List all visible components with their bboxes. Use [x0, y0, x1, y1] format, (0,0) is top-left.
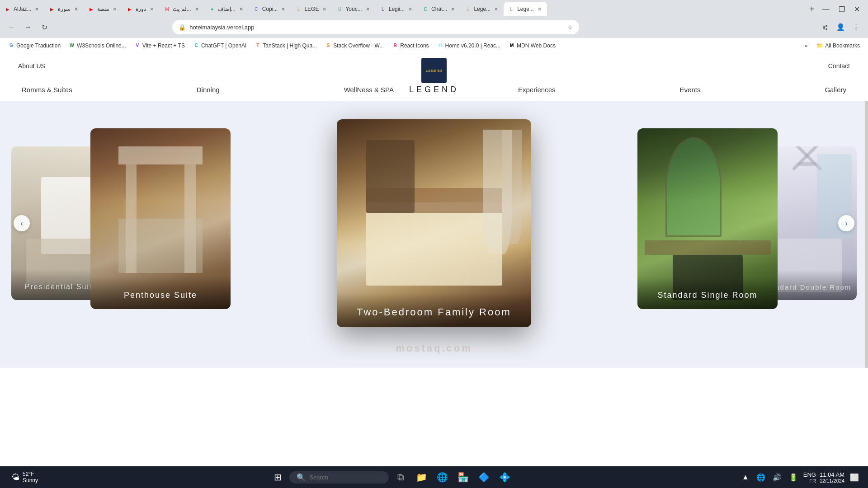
- tab-favicon: ▶: [88, 6, 94, 12]
- weather-widget[interactable]: 🌤 52°F Sunny: [7, 469, 42, 485]
- store-button[interactable]: 🏪: [454, 468, 472, 486]
- refresh-button[interactable]: ↻: [38, 21, 51, 33]
- dinning-menu-item[interactable]: Dinning: [193, 84, 223, 95]
- tab-tab12[interactable]: L Lege... ✕: [460, 2, 504, 16]
- minimize-button[interactable]: —: [820, 4, 832, 14]
- tab-tab9[interactable]: U Youc... ✕: [332, 2, 375, 16]
- menu-icon[interactable]: ⋮: [850, 21, 863, 33]
- tab-tab5[interactable]: M لم يتَ... ✕: [159, 2, 204, 16]
- close-button[interactable]: ✕: [851, 4, 863, 14]
- time-value: ENG: [803, 471, 816, 478]
- tab-close-button[interactable]: ✕: [280, 6, 286, 13]
- window-controls: — ❐ ✕: [820, 4, 868, 14]
- start-button[interactable]: ⊞: [269, 468, 287, 486]
- slide-standard-single[interactable]: Standard Single Room: [637, 128, 778, 309]
- taskbar-search[interactable]: 🔍: [289, 471, 389, 483]
- tab-favicon: L: [380, 6, 386, 12]
- rooms-menu-item[interactable]: Romms & Suites: [18, 84, 76, 95]
- new-tab-button[interactable]: +: [804, 5, 820, 14]
- tab-favicon: C: [422, 6, 429, 12]
- tab-favicon: M: [164, 6, 170, 12]
- url-bar[interactable]: 🔒 hotelmalaysia.vercel.app ☆: [172, 20, 579, 34]
- weather-info: 52°F Sunny: [23, 471, 38, 483]
- wellness-menu-item[interactable]: WellNess & SPA: [340, 84, 397, 95]
- bookmark-bm5[interactable]: T TanStack | High Qua...: [251, 41, 321, 50]
- taskbar-right: ▲ 🌐 🔊 🔋 ENG FR 11:04 AM 12/11/2024 ⬜: [740, 471, 861, 483]
- star-icon[interactable]: ☆: [567, 24, 573, 31]
- contact-link[interactable]: Contact: [828, 59, 850, 73]
- scrollbar[interactable]: [865, 101, 868, 368]
- bookmarks-bar: G Google Traduction W W3Schools Online..…: [0, 38, 868, 53]
- all-bookmarks-button[interactable]: 📁 All Bookmarks: [813, 41, 863, 50]
- extensions-icon[interactable]: ⑆: [819, 21, 832, 33]
- tab-favicon: ✦: [209, 6, 215, 12]
- tab-close-button[interactable]: ✕: [450, 6, 456, 13]
- bookmark-favicon: H: [437, 42, 443, 49]
- battery-icon[interactable]: 🔋: [787, 472, 800, 483]
- tab-tab10[interactable]: L Legii... ✕: [375, 2, 418, 16]
- address-bar: ← → ↻ 🔒 hotelmalaysia.vercel.app ☆ ⑆ 👤 ⋮: [0, 16, 868, 38]
- slide-penthouse[interactable]: Penthouse Suite: [90, 128, 231, 309]
- tab-close-button[interactable]: ✕: [365, 6, 371, 13]
- tab-close-button[interactable]: ✕: [238, 6, 244, 13]
- tab-tab1[interactable]: ▶ AlJaz... ✕: [0, 2, 44, 16]
- tab-close-button[interactable]: ✕: [493, 6, 499, 13]
- edge-button[interactable]: 🔷: [475, 468, 493, 486]
- tab-tab3[interactable]: ▶ منصة ✕: [84, 2, 122, 16]
- datetime[interactable]: 11:04 AM 12/11/2024: [820, 471, 844, 483]
- slider-prev-button[interactable]: ‹: [14, 215, 30, 231]
- browser-taskbar-button[interactable]: 🌐: [433, 468, 451, 486]
- volume-icon[interactable]: 🔊: [771, 472, 783, 483]
- tab-close-button[interactable]: ✕: [321, 6, 327, 13]
- search-input[interactable]: [309, 474, 382, 481]
- system-tray-chevron[interactable]: ▲: [740, 472, 751, 482]
- browser-frame: ▶ AlJaz... ✕ ▶ سورة ✕ ▶ منصة ✕ ▶ دورة ✕ …: [0, 0, 868, 53]
- standard-single-label: Standard Single Room: [637, 277, 778, 309]
- back-button[interactable]: ←: [5, 21, 18, 33]
- tab-close-button[interactable]: ✕: [34, 6, 40, 13]
- profile-icon[interactable]: 👤: [835, 21, 847, 33]
- tab-tab4[interactable]: ▶ دورة ✕: [122, 2, 159, 16]
- bookmark-bm1[interactable]: G Google Traduction: [5, 41, 64, 50]
- tab-title: منصة: [97, 6, 109, 12]
- experiences-menu-item[interactable]: Experiences: [514, 84, 559, 95]
- tab-close-button[interactable]: ✕: [149, 6, 155, 13]
- gallery-menu-item[interactable]: Gallery: [821, 84, 850, 95]
- tab-close-button[interactable]: ✕: [537, 6, 542, 13]
- forward-button[interactable]: →: [22, 21, 34, 33]
- tab-close-button[interactable]: ✕: [73, 6, 79, 13]
- bookmark-label: React Icons: [400, 42, 429, 49]
- tab-bar: ▶ AlJaz... ✕ ▶ سورة ✕ ▶ منصة ✕ ▶ دورة ✕ …: [0, 0, 868, 16]
- tab-tab11[interactable]: C Chat... ✕: [418, 2, 460, 16]
- tab-tab8[interactable]: L LEGE ✕: [291, 2, 332, 16]
- tab-tab7[interactable]: C Copi... ✕: [249, 2, 291, 16]
- lock-icon: 🔒: [179, 24, 186, 31]
- tab-tab13[interactable]: L Lege... ✕: [504, 2, 547, 16]
- clock[interactable]: ENG FR: [803, 471, 816, 483]
- task-view-button[interactable]: ⧉: [392, 468, 410, 486]
- vscode-button[interactable]: 💠: [495, 468, 514, 486]
- notifications-button[interactable]: ⬜: [848, 472, 861, 483]
- tab-close-button[interactable]: ✕: [407, 6, 413, 13]
- bookmark-bm9[interactable]: M MDN Web Docs: [505, 41, 559, 50]
- events-menu-item[interactable]: Events: [676, 84, 704, 95]
- bookmarks-more-button[interactable]: »: [801, 41, 811, 50]
- tab-title: لم يتَ...: [173, 6, 191, 12]
- tab-close-button[interactable]: ✕: [194, 6, 200, 13]
- about-link[interactable]: About US: [18, 59, 45, 73]
- network-icon[interactable]: 🌐: [755, 472, 767, 483]
- slider-next-button[interactable]: ›: [838, 215, 854, 231]
- tab-close-button[interactable]: ✕: [112, 6, 118, 13]
- slide-family[interactable]: Two-Bedroom Family Room: [337, 119, 531, 327]
- bookmark-bm7[interactable]: R React Icons: [388, 41, 432, 50]
- restore-button[interactable]: ❐: [836, 4, 848, 14]
- tab-tab2[interactable]: ▶ سورة ✕: [44, 2, 84, 16]
- file-explorer-button[interactable]: 📁: [412, 468, 430, 486]
- bookmark-bm8[interactable]: H Home v6.20.0 | Reac...: [434, 41, 505, 50]
- bookmark-bm6[interactable]: S Stack Overflow - W...: [321, 41, 387, 50]
- time-display: 11:04 AM: [820, 471, 844, 478]
- bookmark-bm2[interactable]: W W3Schools Online...: [65, 41, 130, 50]
- bookmark-bm4[interactable]: C ChatGPT | OpenAI: [189, 41, 250, 50]
- tab-tab6[interactable]: ✦ إضاف... ✕: [204, 2, 249, 16]
- bookmark-bm3[interactable]: V Vite + React + TS: [131, 41, 189, 50]
